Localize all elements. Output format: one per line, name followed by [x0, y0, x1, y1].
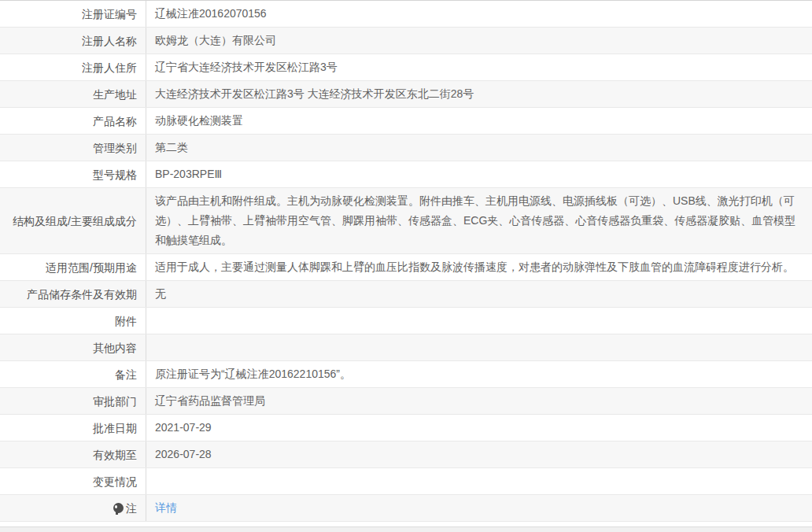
- row-approval-date: 批准日期 2021-07-29: [0, 415, 812, 441]
- field-value: 2021-07-29: [146, 415, 812, 441]
- row-registrant-name: 注册人名称 欧姆龙（大连）有限公司: [0, 28, 812, 54]
- field-label: 产品储存条件及有效期: [0, 281, 146, 307]
- field-value: [146, 308, 812, 334]
- field-value: [146, 334, 812, 360]
- field-label: 附件: [0, 308, 146, 334]
- field-label: 变更情况: [0, 468, 146, 494]
- field-value: 原注册证号为“辽械注准20162210156”。: [146, 361, 812, 387]
- field-value: 辽械注准20162070156: [146, 1, 812, 27]
- row-change-status: 变更情况: [0, 468, 812, 495]
- field-value: 无: [146, 281, 812, 307]
- row-structure-composition: 结构及组成/主要组成成分 该产品由主机和附件组成。主机为动脉硬化检测装置。附件由…: [0, 188, 812, 254]
- row-remarks: 备注 原注册证号为“辽械注准20162210156”。: [0, 361, 812, 388]
- field-label: 产品名称: [0, 108, 146, 134]
- field-label: 适用范围/预期用途: [0, 254, 146, 280]
- balloon-icon: [113, 503, 124, 513]
- field-label: 注册人住所: [0, 54, 146, 80]
- field-value: 欧姆龙（大连）有限公司: [146, 28, 812, 54]
- field-value: 详情: [146, 495, 812, 521]
- field-value: 动脉硬化检测装置: [146, 108, 812, 134]
- field-value: 辽宁省大连经济技术开发区松江路3号: [146, 54, 812, 80]
- field-label: 备注: [0, 361, 146, 387]
- row-note: 注 详情: [0, 495, 812, 522]
- field-value: [146, 468, 812, 494]
- field-value: 适用于成人，主要通过测量人体脚踝和上臂的血压比指数及脉波传播速度，对患者的动脉弹…: [146, 254, 812, 280]
- field-value: 辽宁省药品监督管理局: [146, 388, 812, 414]
- row-production-address: 生产地址 大连经济技术开发区松江路3号 大连经济技术开发区东北二街28号: [0, 81, 812, 108]
- row-model-spec: 型号规格 BP-203RPEⅢ: [0, 161, 812, 188]
- field-label: 管理类别: [0, 135, 146, 161]
- field-value: 第二类: [146, 135, 812, 161]
- field-value: 大连经济技术开发区松江路3号 大连经济技术开发区东北二街28号: [146, 81, 812, 107]
- row-storage-conditions: 产品储存条件及有效期 无: [0, 281, 812, 308]
- field-value: 该产品由主机和附件组成。主机为动脉硬化检测装置。附件由推车、主机用电源线、电源插…: [146, 188, 812, 253]
- details-link[interactable]: 详情: [155, 498, 177, 518]
- row-intended-use: 适用范围/预期用途 适用于成人，主要通过测量人体脚踝和上臂的血压比指数及脉波传播…: [0, 254, 812, 281]
- row-approval-department: 审批部门 辽宁省药品监督管理局: [0, 388, 812, 415]
- row-registration-cert-number: 注册证编号 辽械注准20162070156: [0, 1, 812, 28]
- field-label: 型号规格: [0, 161, 146, 187]
- row-registrant-address: 注册人住所 辽宁省大连经济技术开发区松江路3号: [0, 54, 812, 81]
- field-label: 有效期至: [0, 441, 146, 467]
- row-management-class: 管理类别 第二类: [0, 135, 812, 161]
- field-label: 生产地址: [0, 81, 146, 107]
- row-attachments: 附件: [0, 308, 812, 334]
- field-value: 2026-07-28: [146, 441, 812, 467]
- field-label: 其他内容: [0, 334, 146, 360]
- note-label: 注: [126, 501, 137, 516]
- field-value: BP-203RPEⅢ: [146, 161, 812, 187]
- field-label: 注: [0, 495, 146, 521]
- page-footer-strip: [0, 526, 812, 532]
- field-label: 注册人名称: [0, 28, 146, 54]
- row-valid-until: 有效期至 2026-07-28: [0, 441, 812, 468]
- field-label: 批准日期: [0, 415, 146, 441]
- field-label: 审批部门: [0, 388, 146, 414]
- registration-detail-table: 注册证编号 辽械注准20162070156 注册人名称 欧姆龙（大连）有限公司 …: [0, 0, 812, 522]
- field-label: 结构及组成/主要组成成分: [0, 188, 146, 253]
- row-product-name: 产品名称 动脉硬化检测装置: [0, 108, 812, 135]
- row-other-content: 其他内容: [0, 334, 812, 361]
- field-label: 注册证编号: [0, 1, 146, 27]
